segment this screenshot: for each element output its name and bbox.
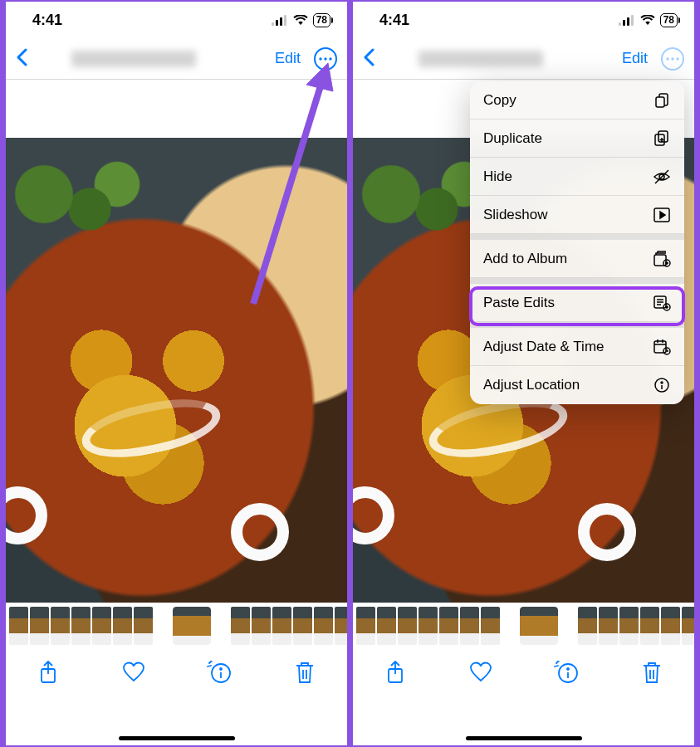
phone-left: 4:41 78 Edit xyxy=(6,2,347,745)
slideshow-icon xyxy=(653,208,671,222)
thumb[interactable] xyxy=(272,607,291,645)
hide-icon xyxy=(653,169,671,184)
menu-paste-edits[interactable]: Paste Edits xyxy=(470,284,684,322)
share-button[interactable] xyxy=(377,654,414,691)
thumb[interactable] xyxy=(619,607,639,645)
photo-viewer[interactable] xyxy=(6,138,347,603)
status-bar: 4:41 78 xyxy=(6,2,347,38)
album-icon xyxy=(653,251,671,267)
thumb[interactable] xyxy=(51,607,70,645)
info-button[interactable] xyxy=(548,654,585,691)
menu-copy[interactable]: Copy xyxy=(470,81,684,120)
title-obscured xyxy=(419,51,543,67)
svg-point-35 xyxy=(661,382,663,383)
battery-icon: 78 xyxy=(660,13,678,27)
title-obscured xyxy=(71,51,196,67)
battery-icon: 78 xyxy=(313,13,330,27)
home-indicator[interactable] xyxy=(466,736,582,740)
edit-button[interactable]: Edit xyxy=(622,50,648,67)
thumb[interactable] xyxy=(293,607,312,645)
nav-bar: Edit xyxy=(353,38,694,80)
copy-icon xyxy=(653,92,671,109)
thumb[interactable] xyxy=(314,607,333,645)
delete-button[interactable] xyxy=(634,654,670,691)
thumb[interactable] xyxy=(92,607,111,645)
cellular-icon xyxy=(272,15,288,26)
delete-button[interactable] xyxy=(286,654,323,691)
thumbnail-strip[interactable] xyxy=(353,603,694,649)
back-button[interactable] xyxy=(16,48,29,70)
menu-hide[interactable]: Hide xyxy=(470,158,684,196)
svg-point-9 xyxy=(220,668,222,670)
thumb[interactable] xyxy=(134,607,153,645)
thumb[interactable] xyxy=(377,607,396,645)
more-button[interactable] xyxy=(314,47,337,71)
thumb[interactable] xyxy=(578,607,597,645)
svg-point-5 xyxy=(324,57,326,60)
thumb[interactable] xyxy=(481,607,500,645)
svg-rect-14 xyxy=(627,17,629,26)
thumb[interactable] xyxy=(356,607,375,645)
svg-point-17 xyxy=(671,57,673,60)
phone-right: 4:41 78 Edit xyxy=(353,2,694,745)
duplicate-icon xyxy=(653,130,671,147)
thumb[interactable] xyxy=(682,607,694,645)
svg-rect-32 xyxy=(654,341,666,353)
menu-slideshow[interactable]: Slideshow xyxy=(470,196,684,234)
menu-duplicate[interactable]: Duplicate xyxy=(470,120,684,158)
svg-rect-15 xyxy=(631,15,634,26)
menu-adjust-date-time[interactable]: Adjust Date & Time xyxy=(470,328,684,366)
svg-point-16 xyxy=(666,57,668,60)
nav-bar: Edit xyxy=(6,38,347,80)
svg-rect-22 xyxy=(656,97,664,107)
edit-button[interactable]: Edit xyxy=(275,50,301,67)
svg-rect-1 xyxy=(276,20,278,26)
paste-edits-icon xyxy=(653,295,671,311)
thumbnail-strip[interactable] xyxy=(6,603,347,649)
share-button[interactable] xyxy=(30,654,66,691)
thumb[interactable] xyxy=(231,607,250,645)
svg-rect-3 xyxy=(284,15,286,26)
svg-point-21 xyxy=(567,668,569,670)
calendar-icon xyxy=(653,339,671,355)
thumb[interactable] xyxy=(640,607,659,645)
favorite-button[interactable] xyxy=(115,654,152,691)
menu-label: Adjust Date & Time xyxy=(483,339,605,355)
svg-rect-13 xyxy=(623,20,625,26)
thumb[interactable] xyxy=(661,607,680,645)
cellular-icon xyxy=(619,15,635,26)
thumb[interactable] xyxy=(252,607,271,645)
menu-adjust-location[interactable]: Adjust Location xyxy=(470,366,684,404)
status-bar: 4:41 78 xyxy=(353,2,694,38)
thumb[interactable] xyxy=(71,607,91,645)
menu-add-to-album[interactable]: Add to Album xyxy=(470,240,684,278)
thumb-current[interactable] xyxy=(520,607,558,645)
menu-label: Hide xyxy=(483,168,512,185)
favorite-button[interactable] xyxy=(463,654,499,691)
home-indicator[interactable] xyxy=(119,736,235,740)
info-button[interactable] xyxy=(201,654,237,691)
menu-label: Copy xyxy=(483,92,516,109)
thumb[interactable] xyxy=(335,607,347,645)
menu-label: Paste Edits xyxy=(483,295,555,311)
thumb[interactable] xyxy=(460,607,479,645)
svg-point-4 xyxy=(319,57,321,60)
thumb[interactable] xyxy=(599,607,618,645)
back-button[interactable] xyxy=(363,48,376,70)
location-icon xyxy=(653,377,671,393)
thumb[interactable] xyxy=(398,607,417,645)
svg-rect-0 xyxy=(272,22,274,26)
thumb[interactable] xyxy=(30,607,49,645)
thumb[interactable] xyxy=(419,607,438,645)
thumb[interactable] xyxy=(113,607,132,645)
thumb[interactable] xyxy=(9,607,28,645)
svg-line-26 xyxy=(655,170,668,183)
thumb-current[interactable] xyxy=(173,607,211,645)
bottom-toolbar xyxy=(6,649,347,696)
svg-point-18 xyxy=(676,57,678,60)
menu-label: Slideshow xyxy=(483,207,548,223)
thumb[interactable] xyxy=(439,607,458,645)
svg-rect-2 xyxy=(280,17,282,26)
menu-label: Add to Album xyxy=(483,251,567,267)
more-button[interactable] xyxy=(661,47,684,71)
